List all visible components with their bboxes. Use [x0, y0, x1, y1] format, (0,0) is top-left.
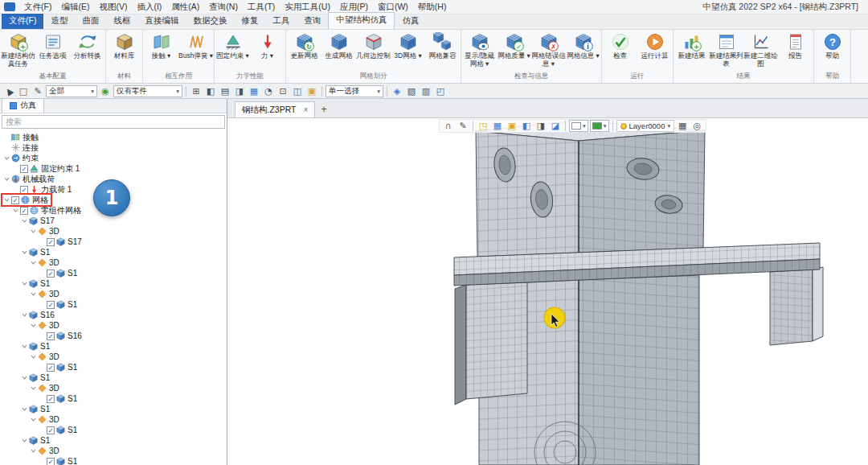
paint-select-icon[interactable]: ✎	[31, 85, 44, 97]
expand-arrow-icon[interactable]	[30, 354, 36, 360]
ribbon-tab[interactable]: 文件(F)	[2, 14, 43, 29]
ribbon-button[interactable]: +新建结构仿真任务	[1, 31, 35, 68]
annotate-icon[interactable]: ✎	[457, 120, 469, 132]
tree-row[interactable]: ✓S1	[0, 362, 227, 372]
tree-row[interactable]: ✓S1	[0, 299, 227, 310]
ribbon-button[interactable]: 分析转换	[70, 31, 104, 60]
ribbon-button[interactable]: ✓网格质量 ▾	[497, 31, 531, 60]
ribbon-button[interactable]: 生成网格	[321, 31, 356, 60]
menu-item[interactable]: 查询(N)	[204, 1, 243, 14]
tree-row[interactable]: 3D	[0, 289, 227, 299]
expand-arrow-icon[interactable]	[12, 208, 18, 214]
expand-arrow-icon[interactable]	[30, 385, 36, 392]
pick-face-icon[interactable]: ▥	[420, 85, 432, 97]
tree-row[interactable]: S1	[0, 278, 227, 289]
checkbox[interactable]: ✓	[20, 165, 28, 173]
tree-row[interactable]: 接触	[0, 132, 227, 142]
checkbox[interactable]: ✓	[11, 196, 19, 204]
filter-all-combo[interactable]: 全部▾	[46, 85, 97, 97]
selection-mode-combo[interactable]: 单一选择▾	[326, 85, 383, 97]
tab-simulation[interactable]: 仿真	[2, 98, 44, 113]
tree-row[interactable]: 3D	[0, 352, 227, 362]
checkbox[interactable]: ✓	[47, 332, 55, 340]
ribbon-tab[interactable]: 修复	[234, 14, 265, 29]
ribbon-button[interactable]: 任务选项	[35, 31, 70, 60]
tree-row[interactable]: 3D	[0, 446, 227, 456]
shade-mode-icon[interactable]: ▦	[248, 85, 260, 97]
tree-row[interactable]: ✓S16	[0, 331, 227, 341]
ribbon-button[interactable]: 接触 ▾	[144, 31, 178, 60]
hidden-line-icon[interactable]: ◧	[520, 120, 533, 132]
expand-arrow-icon[interactable]	[30, 417, 36, 423]
expand-arrow-icon[interactable]	[30, 291, 36, 298]
tree-row[interactable]: S1	[0, 341, 227, 352]
magnet-icon[interactable]: ∩	[442, 120, 455, 132]
ribbon-button[interactable]: 检查	[603, 31, 637, 60]
checkbox[interactable]: ✓	[47, 458, 55, 465]
checkbox[interactable]: ✓	[47, 364, 55, 372]
ribbon-button[interactable]: 力 ▾	[250, 31, 285, 60]
expand-arrow-icon[interactable]	[30, 448, 36, 455]
viewport-3d[interactable]: ∩✎◳▦▣◧◨◪▾▾Layer0000▾▦◎	[227, 118, 868, 465]
tree-row[interactable]: 3D	[0, 257, 227, 268]
ribbon-button[interactable]: ↻更新网格	[287, 31, 321, 60]
ribbon-button[interactable]: 网格兼容	[425, 31, 460, 60]
tree-row[interactable]: 3D	[0, 383, 227, 393]
tree-row[interactable]: 3D	[0, 320, 227, 331]
target-filter-icon[interactable]: ◉	[99, 85, 112, 97]
ribbon-button[interactable]: ✗网格错误信息 ▾	[531, 31, 566, 68]
view-iso-icon[interactable]: ⊞	[190, 85, 203, 97]
face-color-swatch[interactable]: ▾	[569, 120, 588, 132]
search-input[interactable]	[6, 117, 221, 126]
tree-row[interactable]: S1	[0, 404, 227, 414]
ribbon-tab[interactable]: 造型	[43, 14, 75, 29]
ribbon-button[interactable]: 固定约束 ▾	[215, 31, 250, 60]
expand-arrow-icon[interactable]	[21, 218, 27, 224]
tree-row[interactable]: ✓S1	[0, 425, 227, 435]
expand-arrow-icon[interactable]	[21, 312, 27, 319]
grid-toggle-icon[interactable]: ▦	[676, 120, 689, 132]
checkbox[interactable]: ✓	[20, 207, 28, 215]
expand-arrow-icon[interactable]	[21, 406, 27, 413]
tree-row[interactable]: ✓S1	[0, 456, 227, 465]
pick-body-icon[interactable]: ◰	[434, 85, 447, 97]
view-right-icon[interactable]: ◨	[233, 85, 246, 97]
tree-row[interactable]: ✓S1	[0, 268, 227, 278]
tree-row[interactable]: 连接	[0, 142, 227, 153]
ribbon-button[interactable]: 几何边控制	[356, 31, 391, 60]
expand-arrow-icon[interactable]	[3, 176, 10, 183]
zoom-fit-icon[interactable]: ⊡	[276, 85, 289, 97]
checkbox[interactable]: ✓	[20, 186, 28, 194]
pick-edge-icon[interactable]: ▧	[405, 85, 418, 97]
measure-icon[interactable]: ▣	[305, 85, 318, 97]
pan-view-icon[interactable]: ◫	[291, 85, 304, 97]
checkbox[interactable]: ✓	[47, 238, 55, 246]
ribbon-tab[interactable]: 线框	[106, 14, 137, 29]
tree-row[interactable]: S17	[0, 216, 227, 226]
pick-point-icon[interactable]: ◈	[391, 85, 403, 97]
select-cursor-icon[interactable]: ▲	[0, 82, 18, 99]
ribbon-button[interactable]: 3D网格 ▾	[391, 31, 425, 60]
tree-row[interactable]: S1	[0, 372, 227, 383]
menu-item[interactable]: 编辑(E)	[56, 1, 94, 14]
expand-arrow-icon[interactable]	[21, 281, 27, 287]
menu-item[interactable]: 实用工具(U)	[280, 1, 335, 14]
ribbon-tab[interactable]: 查询	[297, 14, 328, 29]
search-box[interactable]	[2, 115, 225, 129]
ribbon-button[interactable]: +新建结果	[674, 31, 709, 60]
ribbon-tab[interactable]: 工具	[265, 14, 297, 29]
perspective-icon[interactable]: ◪	[549, 120, 562, 132]
menu-item[interactable]: 文件(F)	[19, 1, 56, 14]
ribbon-tab[interactable]: 曲面	[75, 14, 106, 29]
expand-arrow-icon[interactable]	[30, 260, 36, 266]
view-front-icon[interactable]: ◧	[204, 85, 217, 97]
ribbon-tab[interactable]: 仿真	[395, 14, 426, 29]
tree-row[interactable]: ✓S1	[0, 393, 227, 404]
ribbon-tab[interactable]: 中望结构仿真	[328, 12, 395, 29]
expand-arrow-icon[interactable]	[21, 375, 27, 381]
tree-row[interactable]: S1	[0, 247, 227, 257]
checkbox[interactable]: ✓	[47, 270, 55, 278]
tree-row[interactable]: S16	[0, 310, 227, 320]
ribbon-button[interactable]: ?帮助	[815, 31, 850, 60]
ribbon-button[interactable]: 材料库	[107, 31, 141, 60]
